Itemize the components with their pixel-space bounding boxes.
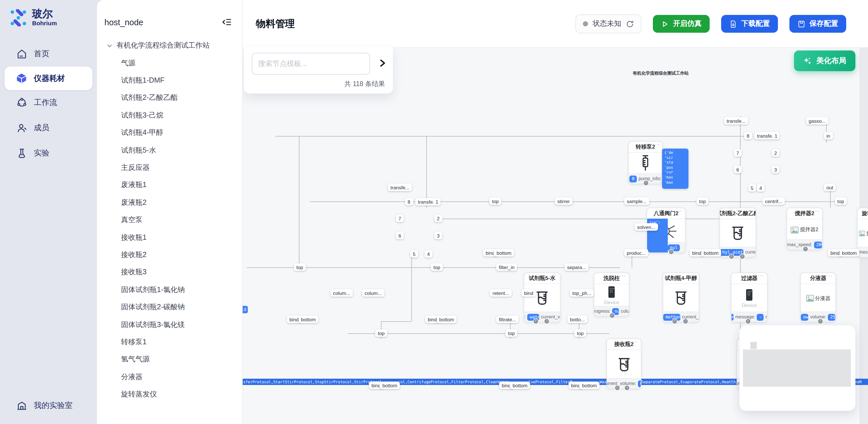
tree-item[interactable]: 废液瓶2 [97, 194, 242, 211]
port-label-chip[interactable]: retent... [490, 289, 512, 297]
tree-item[interactable]: 气源 [97, 55, 242, 72]
node-card[interactable]: 分液器···分液器ownvolume:250› [800, 273, 836, 323]
sidebar-item-experiment[interactable]: 实验 [0, 141, 97, 166]
port-handle-icon[interactable]: › [614, 385, 620, 391]
port-label-chip[interactable]: transfe. 1 [415, 198, 441, 205]
port-label-chip[interactable]: top [294, 263, 306, 271]
sidebar-item-instruments[interactable]: 仪器耗材 [5, 66, 92, 90]
node-menu-icon[interactable]: ··· [653, 142, 660, 147]
tree-item[interactable]: 氢气气源 [97, 351, 242, 368]
node-card[interactable]: 转移泵2···0pump_info:›{'de 'vir 'sta 'pos '… [628, 141, 662, 184]
minimap[interactable] [740, 325, 856, 411]
tree-item[interactable]: 试剂瓶2-乙酸乙酯 [97, 90, 242, 107]
port-label-chip[interactable]: top [431, 263, 443, 271]
port-label-chip[interactable]: 8 [405, 198, 413, 205]
port-label-chip[interactable]: top [489, 198, 501, 205]
port-handle-icon[interactable]: › [740, 253, 745, 259]
port-label-chip[interactable]: 6 [396, 232, 404, 239]
node-menu-icon[interactable]: ··· [746, 208, 753, 214]
port-handle-icon[interactable]: › [745, 319, 751, 324]
node-card[interactable]: 试剂瓶2-乙酸乙酯···hyl_acetatecurre›› [719, 208, 756, 258]
start-simulation-button[interactable]: 开启仿真 [653, 15, 710, 33]
port-label-chip[interactable]: colum... [362, 289, 384, 297]
tree-item[interactable]: 分液器 [97, 368, 242, 386]
node-menu-icon[interactable]: ··· [758, 273, 765, 279]
search-input[interactable] [252, 53, 370, 74]
node-card[interactable]: 接收瓶2···current_volume:0›› [607, 338, 641, 389]
port-label-chip[interactable]: bottom [510, 382, 530, 389]
port-label-chip[interactable]: filter_in [496, 263, 517, 271]
port-handle-icon[interactable]: › [683, 319, 689, 324]
port-label-chip[interactable]: top [574, 329, 586, 337]
node-menu-icon[interactable]: ··· [551, 273, 558, 279]
port-label-chip[interactable]: top_ph... [570, 289, 594, 297]
port-label-chip[interactable]: filtrate... [496, 315, 519, 323]
port-label-chip[interactable]: top [375, 329, 387, 337]
port-handle-icon[interactable]: › [624, 385, 630, 391]
save-config-button[interactable]: 保存配置 [789, 15, 846, 33]
refresh-icon[interactable] [626, 20, 634, 28]
collapse-panel-icon[interactable] [222, 17, 232, 27]
port-label-chip[interactable]: out [824, 184, 836, 191]
node-menu-icon[interactable]: ··· [813, 208, 820, 214]
port-label-chip[interactable]: in [824, 132, 833, 140]
node-menu-icon[interactable]: ··· [689, 273, 696, 279]
port-handle-icon[interactable]: › [728, 253, 734, 259]
port-label-chip[interactable]: 7 [396, 215, 404, 222]
tree-item[interactable]: 旋转蒸发仪 [97, 386, 242, 403]
port-label-chip[interactable]: bottom [437, 315, 457, 323]
flow-canvas[interactable]: 有机化学流程综合测试工作站 美化布局 转移泵1···position:0pum›… [242, 47, 868, 424]
sidebar-item-workflow[interactable]: 工作流 [0, 90, 97, 115]
node-card[interactable]: 试剂瓶5-水···:watercurrent_v›› [524, 273, 560, 323]
port-label-chip[interactable]: 3 [772, 166, 779, 173]
tree-item[interactable]: 接收瓶1 [97, 229, 242, 246]
tree-item[interactable]: 废液瓶1 [97, 176, 242, 194]
download-config-button[interactable]: 下载配置 [721, 15, 778, 33]
port-label-chip[interactable]: 2 [434, 215, 442, 222]
port-label-chip[interactable]: top [696, 198, 709, 205]
port-label-chip[interactable]: 4 [425, 250, 432, 258]
port-label-chip[interactable]: colum... [331, 289, 353, 297]
port-handle-icon[interactable]: › [609, 313, 615, 319]
port-label-chip[interactable]: sample... [624, 198, 649, 205]
port-handle-icon[interactable]: › [672, 319, 677, 324]
sidebar-item-my-lab[interactable]: 我的实验室 [0, 393, 97, 418]
port-handle-icon[interactable]: › [817, 319, 823, 324]
port-label-chip[interactable]: top [505, 329, 518, 337]
port-label-chip[interactable]: stirrer [555, 198, 572, 205]
tree-item[interactable]: 固体试剂瓶3-氯化镁 [97, 316, 242, 334]
port-label-chip[interactable]: transfe... [388, 184, 412, 191]
port-label-chip[interactable]: 3 [434, 232, 442, 239]
port-handle-icon[interactable]: › [669, 249, 674, 255]
port-label-chip[interactable]: bottom [839, 249, 859, 256]
port-label-chip[interactable]: 7 [734, 149, 742, 157]
port-label-chip[interactable]: solven... [634, 223, 658, 231]
tree-item[interactable]: 接收瓶3 [97, 264, 242, 281]
node-card[interactable]: 试剂瓶4-甲醇···methanolcurrent_›› [662, 273, 699, 323]
node-card[interactable]: 过滤器···Devicewnmessage:-ma› [731, 273, 768, 323]
port-label-chip[interactable]: bind [522, 289, 536, 297]
beautify-layout-button[interactable]: 美化布局 [794, 51, 856, 71]
port-label-chip[interactable]: 6 [734, 166, 742, 173]
tree-item[interactable]: 真空泵 [97, 211, 242, 229]
port-label-chip[interactable]: bottom [380, 382, 400, 389]
port-label-chip[interactable]: bottom [298, 315, 318, 323]
port-label-chip[interactable]: bottom [701, 249, 721, 256]
port-label-chip[interactable]: bottom [494, 249, 514, 256]
tree-item[interactable]: 接收瓶2 [97, 246, 242, 264]
sidebar-item-home[interactable]: 首页 [0, 41, 97, 66]
port-label-chip[interactable]: bottom [580, 382, 599, 389]
port-label-chip[interactable]: 8 [744, 132, 752, 140]
port-handle-icon[interactable]: › [643, 180, 649, 186]
port-label-chip[interactable]: transfe... [724, 117, 748, 124]
node-menu-icon[interactable]: ··· [826, 273, 833, 279]
tree-item[interactable]: 试剂瓶3-己烷 [97, 107, 242, 124]
port-label-chip[interactable]: centrif... [763, 198, 785, 205]
port-label-chip[interactable]: 2 [772, 149, 779, 157]
node-menu-icon[interactable]: ··· [676, 208, 683, 214]
port-handle-icon[interactable]: › [802, 246, 808, 252]
tree-item[interactable]: 固体试剂瓶2-碳酸钠 [97, 299, 242, 316]
port-label-chip[interactable]: 4 [757, 184, 765, 192]
sidebar-item-members[interactable]: 成员 [0, 115, 97, 141]
node-menu-icon[interactable]: ··· [620, 273, 626, 279]
